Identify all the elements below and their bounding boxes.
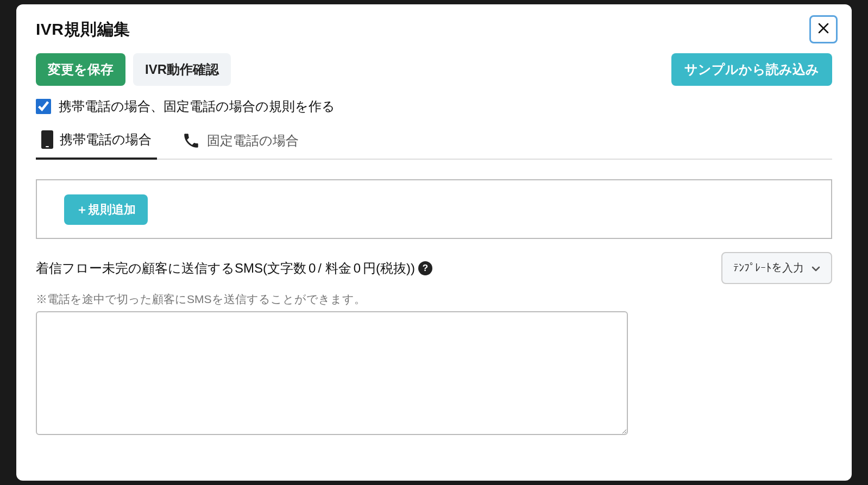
tab-landline-label: 固定電話の場合 <box>207 132 299 149</box>
chevron-down-icon <box>812 262 820 274</box>
rule-container: ＋規則追加 <box>36 179 832 239</box>
template-select[interactable]: ﾃﾝﾌﾟﾚｰﾄを入力 <box>721 252 832 284</box>
sms-header-row: 着信フロー未完の顧客に送信するSMS(文字数0 / 料金0円(税抜)) ? ﾃﾝ… <box>36 252 832 284</box>
mobile-icon <box>41 130 53 149</box>
rule-split-checkbox-row: 携帯電話の場合、固定電話の場合の規則を作る <box>36 98 832 115</box>
close-button[interactable] <box>809 15 838 43</box>
modal-header: IVR規則編集 <box>36 18 832 43</box>
left-actions: 変更を保存 IVR動作確認 <box>36 53 231 86</box>
add-rule-button[interactable]: ＋規則追加 <box>64 194 148 225</box>
load-sample-button[interactable]: サンプルから読み込み <box>671 53 832 86</box>
ivr-rule-edit-modal: IVR規則編集 変更を保存 IVR動作確認 サンプルから読み込み 携帯電話の場合… <box>16 4 852 481</box>
action-row: 変更を保存 IVR動作確認 サンプルから読み込み <box>36 53 832 86</box>
rule-split-label: 携帯電話の場合、固定電話の場合の規則を作る <box>59 98 335 115</box>
tab-landline[interactable]: 固定電話の場合 <box>177 130 304 160</box>
sms-label: 着信フロー未完の顧客に送信するSMS(文字数0 / 料金0円(税抜)) ? <box>36 260 432 277</box>
phone-icon <box>182 131 200 150</box>
sms-note: ※電話を途中で切った顧客にSMSを送信することができます。 <box>36 292 832 307</box>
save-button[interactable]: 変更を保存 <box>36 53 125 86</box>
tab-mobile[interactable]: 携帯電話の場合 <box>36 130 157 160</box>
rule-split-checkbox[interactable] <box>36 99 51 114</box>
tab-mobile-label: 携帯電話の場合 <box>60 131 152 148</box>
sms-section: 着信フロー未完の顧客に送信するSMS(文字数0 / 料金0円(税抜)) ? ﾃﾝ… <box>36 252 832 437</box>
template-select-label: ﾃﾝﾌﾟﾚｰﾄを入力 <box>733 261 804 275</box>
help-icon[interactable]: ? <box>418 261 432 275</box>
phone-type-tabs: 携帯電話の場合 固定電話の場合 <box>36 129 832 160</box>
modal-title: IVR規則編集 <box>36 18 130 41</box>
ivr-check-button[interactable]: IVR動作確認 <box>133 53 231 86</box>
close-icon <box>817 22 830 37</box>
sms-textarea[interactable] <box>36 311 628 435</box>
